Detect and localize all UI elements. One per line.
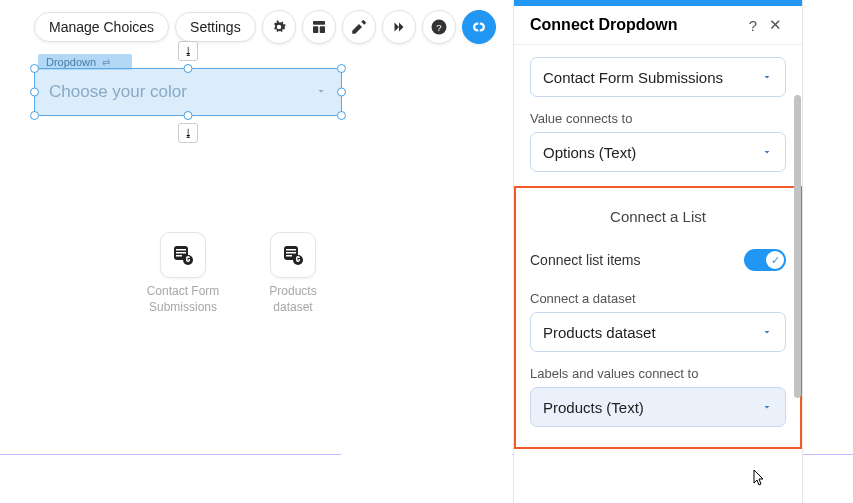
- cursor-pointer: [750, 468, 768, 493]
- panel-header: Connect Dropdown ? ✕: [514, 6, 802, 45]
- help-icon[interactable]: ?: [742, 17, 764, 34]
- connect-panel: Connect Dropdown ? ✕ Contact Form Submis…: [513, 0, 803, 503]
- section-title: Connect a List: [530, 188, 786, 239]
- panel-title: Connect Dropdown: [530, 16, 742, 34]
- dataset-canvas-item[interactable]: Contact Form Submissions: [138, 232, 228, 315]
- svg-rect-2: [319, 26, 324, 33]
- layout-icon[interactable]: [302, 10, 336, 44]
- dataset-canvas-item[interactable]: Products dataset: [248, 232, 338, 315]
- labels-values-value: Products (Text): [543, 399, 644, 416]
- labels-values-label: Labels and values connect to: [530, 366, 786, 381]
- connect-list-items-row: Connect list items: [530, 249, 786, 271]
- animate-icon[interactable]: [382, 10, 416, 44]
- resize-handle[interactable]: [184, 111, 193, 120]
- value-connects-select[interactable]: Options (Text): [530, 132, 786, 172]
- dataset-select[interactable]: Contact Form Submissions: [530, 57, 786, 97]
- dataset-icon: [160, 232, 206, 278]
- connect-dataset-value: Products dataset: [543, 324, 656, 341]
- resize-handle[interactable]: [337, 88, 346, 97]
- dropdown-placeholder: Choose your color: [49, 82, 315, 102]
- connect-data-icon[interactable]: [462, 10, 496, 44]
- value-connects-label: Value connects to: [530, 111, 786, 126]
- chevron-down-icon: [761, 69, 773, 86]
- chevron-down-icon: [761, 144, 773, 161]
- chevron-down-icon: [761, 399, 773, 416]
- resize-handle[interactable]: [337, 111, 346, 120]
- svg-rect-0: [313, 21, 325, 25]
- svg-rect-13: [286, 252, 296, 254]
- svg-rect-7: [176, 249, 186, 251]
- connect-list-section: Connect a List Connect list items Connec…: [514, 186, 802, 449]
- close-icon[interactable]: ✕: [764, 16, 786, 34]
- connect-list-items-toggle[interactable]: [744, 249, 786, 271]
- swap-icon: ⇄: [102, 57, 110, 68]
- dropdown-element[interactable]: Choose your color ⭳ ⭳: [34, 68, 342, 116]
- svg-text:?: ?: [436, 22, 442, 33]
- drag-handle-bottom[interactable]: ⭳: [178, 123, 198, 143]
- element-toolbar: Manage Choices Settings ?: [34, 10, 496, 44]
- dataset-icon: [270, 232, 316, 278]
- design-icon[interactable]: [342, 10, 376, 44]
- connect-dataset-label: Connect a dataset: [530, 291, 786, 306]
- resize-handle[interactable]: [184, 64, 193, 73]
- panel-scroll: Contact Form Submissions Value connects …: [514, 45, 802, 503]
- panel-body-top: Contact Form Submissions Value connects …: [514, 45, 802, 172]
- help-icon[interactable]: ?: [422, 10, 456, 44]
- chevron-down-icon: [761, 324, 773, 341]
- svg-rect-1: [313, 26, 318, 33]
- resize-handle[interactable]: [30, 111, 39, 120]
- dataset-label: Products dataset: [248, 284, 338, 315]
- settings-button[interactable]: Settings: [175, 12, 256, 42]
- resize-handle[interactable]: [337, 64, 346, 73]
- svg-rect-9: [176, 255, 182, 257]
- chevron-down-icon: [315, 83, 327, 101]
- dataset-select-value: Contact Form Submissions: [543, 69, 723, 86]
- connect-list-items-label: Connect list items: [530, 252, 744, 268]
- drag-handle-top[interactable]: ⭳: [178, 41, 198, 61]
- resize-handle[interactable]: [30, 88, 39, 97]
- section-divider: [0, 454, 341, 455]
- element-tag-label: Dropdown: [46, 56, 96, 68]
- gear-icon[interactable]: [262, 10, 296, 44]
- labels-values-select[interactable]: Products (Text): [530, 387, 786, 427]
- resize-handle[interactable]: [30, 64, 39, 73]
- svg-rect-12: [286, 249, 296, 251]
- svg-rect-14: [286, 255, 292, 257]
- dataset-label: Contact Form Submissions: [138, 284, 228, 315]
- svg-rect-8: [176, 252, 186, 254]
- connect-dataset-select[interactable]: Products dataset: [530, 312, 786, 352]
- value-connects-value: Options (Text): [543, 144, 636, 161]
- manage-choices-button[interactable]: Manage Choices: [34, 12, 169, 42]
- scrollbar[interactable]: [794, 95, 801, 398]
